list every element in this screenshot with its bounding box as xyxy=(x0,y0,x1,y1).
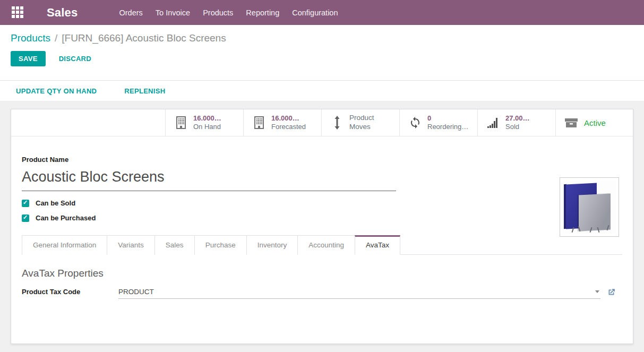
forecasted-value: 16.000… xyxy=(271,114,306,123)
can-be-sold-row: Can be Sold xyxy=(22,199,622,207)
on-hand-value: 16.000… xyxy=(193,114,221,123)
acoustic-screens-photo xyxy=(563,181,616,234)
product-tax-code-label: Product Tax Code xyxy=(22,288,118,299)
building-icon xyxy=(174,116,188,129)
can-be-purchased-checkbox[interactable] xyxy=(22,214,29,222)
sold-value: 27.00… xyxy=(505,114,530,123)
update-qty-on-hand-button[interactable]: UPDATE QTY ON HAND xyxy=(16,87,97,95)
top-navbar: Sales Orders To Invoice Products Reporti… xyxy=(0,0,644,25)
notebook-tab-bar: General Information Variants Sales Purch… xyxy=(22,235,622,255)
avatax-properties-title: AvaTax Properties xyxy=(22,268,622,279)
tab-avatax[interactable]: AvaTax xyxy=(355,235,400,255)
stat-sold[interactable]: 27.00… Sold xyxy=(477,109,555,136)
product-tax-code-field[interactable]: PRODUCT xyxy=(118,288,600,299)
tab-inventory[interactable]: Inventory xyxy=(246,235,298,255)
arrows-up-down-icon xyxy=(330,116,345,130)
forecasted-label: Forecasted xyxy=(271,123,306,131)
chevron-down-icon[interactable] xyxy=(595,290,599,293)
bar-chart-icon xyxy=(486,116,501,129)
control-panel: Products / [FURN_6666] Acoustic Bloc Scr… xyxy=(0,25,644,81)
breadcrumb-current: [FURN_6666] Acoustic Bloc Screens xyxy=(62,32,226,44)
can-be-sold-label: Can be Sold xyxy=(36,199,75,207)
sold-label: Sold xyxy=(505,123,530,131)
avatax-tab-content: AvaTax Properties Product Tax Code PRODU… xyxy=(22,255,622,299)
can-be-purchased-row: Can be Purchased xyxy=(22,214,622,222)
refresh-icon xyxy=(408,116,423,129)
reordering-label: Reordering… xyxy=(427,123,468,131)
action-strip: UPDATE QTY ON HAND REPLENISH xyxy=(0,81,644,101)
nav-products[interactable]: Products xyxy=(196,1,239,24)
stat-on-hand[interactable]: 16.000… On Hand xyxy=(165,109,243,136)
tab-purchase[interactable]: Purchase xyxy=(194,235,247,255)
product-tax-code-value: PRODUCT xyxy=(118,288,595,296)
discard-button[interactable]: DISCARD xyxy=(59,55,91,63)
breadcrumb-products-link[interactable]: Products xyxy=(11,32,50,44)
breadcrumb: Products / [FURN_6666] Acoustic Bloc Scr… xyxy=(11,32,633,44)
archive-box-icon xyxy=(564,116,579,129)
tab-variants[interactable]: Variants xyxy=(107,235,155,255)
external-link-icon[interactable] xyxy=(607,288,616,297)
tab-sales[interactable]: Sales xyxy=(154,235,195,255)
product-name-label: Product Name xyxy=(22,156,622,164)
stat-archive-toggle[interactable]: Active xyxy=(555,109,633,136)
app-title[interactable]: Sales xyxy=(47,6,78,20)
product-name-input[interactable] xyxy=(22,166,396,191)
save-button[interactable]: SAVE xyxy=(11,51,46,66)
on-hand-label: On Hand xyxy=(193,123,221,131)
archive-state-label: Active xyxy=(584,118,606,127)
can-be-sold-checkbox[interactable] xyxy=(22,200,29,207)
stat-reordering[interactable]: 0 Reordering… xyxy=(399,109,477,136)
stat-forecasted[interactable]: 16.000… Forecasted xyxy=(243,109,321,136)
nav-configuration[interactable]: Configuration xyxy=(286,1,344,24)
breadcrumb-separator: / xyxy=(55,32,57,44)
stat-button-row: 16.000… On Hand 16.000… Forecasted P xyxy=(11,109,633,136)
replenish-button[interactable]: REPLENISH xyxy=(124,87,165,95)
product-form-sheet: 16.000… On Hand 16.000… Forecasted P xyxy=(11,109,633,344)
reordering-value: 0 xyxy=(427,114,468,123)
product-moves-line1: Product xyxy=(349,114,374,123)
nav-reporting[interactable]: Reporting xyxy=(239,1,286,24)
nav-to-invoice[interactable]: To Invoice xyxy=(149,1,196,24)
tab-general-information[interactable]: General Information xyxy=(22,235,107,255)
nav-menu: Orders To Invoice Products Reporting Con… xyxy=(113,1,345,24)
stat-row-spacer xyxy=(11,109,165,136)
tab-accounting[interactable]: Accounting xyxy=(297,235,355,255)
product-image[interactable] xyxy=(560,177,619,237)
product-moves-line2: Moves xyxy=(349,123,374,132)
apps-grid-icon[interactable] xyxy=(12,6,24,19)
can-be-purchased-label: Can be Purchased xyxy=(36,214,96,222)
nav-orders[interactable]: Orders xyxy=(113,1,149,24)
building-icon xyxy=(252,116,267,129)
stat-product-moves[interactable]: Product Moves xyxy=(321,109,399,136)
